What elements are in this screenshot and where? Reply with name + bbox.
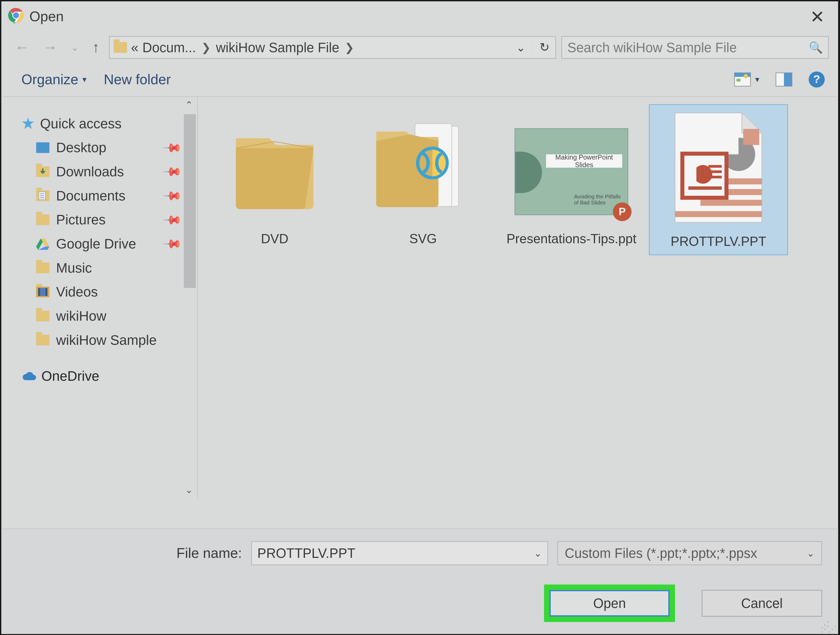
sidebar-item-music[interactable]: Music — [21, 256, 197, 280]
pin-icon: 📌 — [162, 161, 183, 182]
svg-rect-4 — [734, 73, 750, 77]
svg-rect-31 — [709, 165, 722, 168]
onedrive-icon — [21, 371, 36, 381]
file-item-folder[interactable]: DVD — [204, 105, 345, 247]
open-dialog: Open ✕ ← → ⌄ ↑ « Docum... ❯ wikiHow Samp… — [0, 0, 840, 635]
folder-icon — [114, 42, 127, 53]
file-item-ppt-selected[interactable]: PROTTPLV.PPT — [650, 105, 787, 255]
navigation-pane: ⌃ ⌄ Quick access Desktop 📌 Downloads 📌 — [1, 97, 198, 498]
svg-point-6 — [744, 74, 748, 78]
search-icon: 🔍 — [809, 40, 823, 54]
file-item-folder[interactable]: SVG — [353, 105, 493, 247]
breadcrumb-part2[interactable]: wikiHow Sample File — [216, 39, 339, 55]
cancel-button[interactable]: Cancel — [702, 590, 822, 617]
pin-icon: 📌 — [162, 137, 183, 158]
up-button[interactable]: ↑ — [88, 36, 104, 59]
folder-icon — [36, 335, 49, 345]
sidebar-item-wikihow-sample[interactable]: wikiHow Sample — [21, 328, 197, 352]
folder-icon — [36, 311, 49, 321]
pin-icon: 📌 — [162, 185, 183, 206]
svg-rect-27 — [700, 200, 762, 206]
svg-rect-24 — [743, 129, 759, 145]
file-list[interactable]: DVD SVG — [198, 97, 838, 498]
folder-icon — [36, 263, 49, 273]
forward-button[interactable]: → — [39, 36, 62, 59]
chevron-right-icon[interactable]: ❯ — [343, 40, 355, 54]
sidebar-item-google-drive[interactable]: Google Drive 📌 — [21, 232, 197, 256]
powerpoint-badge-icon: P — [613, 202, 632, 221]
sidebar-item-documents[interactable]: Documents 📌 — [21, 184, 197, 208]
svg-rect-33 — [709, 176, 722, 178]
svg-rect-5 — [737, 79, 741, 81]
sidebar-item-downloads[interactable]: Downloads 📌 — [21, 159, 197, 184]
chevron-right-icon[interactable]: ❯ — [200, 40, 212, 54]
back-button[interactable]: ← — [11, 36, 33, 59]
close-button[interactable]: ✕ — [803, 4, 831, 30]
folder-icon — [36, 191, 49, 201]
filetype-filter[interactable]: Custom Files (*.ppt;*.pptx;*.ppsx ⌄ — [557, 541, 822, 565]
svg-rect-32 — [709, 170, 722, 173]
tutorial-highlight: Open — [544, 585, 675, 622]
folder-icon — [36, 287, 49, 297]
svg-rect-8 — [784, 73, 792, 86]
sidebar-item-wikihow[interactable]: wikiHow — [21, 304, 197, 328]
file-label: PROTTPLV.PPT — [650, 233, 787, 249]
svg-marker-16 — [36, 238, 43, 250]
chrome-icon — [8, 7, 24, 26]
folder-icon — [228, 115, 321, 215]
svg-rect-20 — [46, 288, 47, 296]
sidebar-item-desktop[interactable]: Desktop 📌 — [21, 136, 197, 160]
scroll-down-button[interactable]: ⌄ — [185, 484, 193, 495]
address-dropdown[interactable]: ⌄ — [512, 40, 529, 54]
new-folder-button[interactable]: New folder — [104, 71, 171, 87]
scrollbar-thumb[interactable] — [184, 114, 196, 288]
file-label: SVG — [353, 230, 493, 247]
pin-icon: 📌 — [162, 210, 183, 230]
organize-menu[interactable]: Organize ▾ — [21, 71, 86, 87]
folder-icon — [36, 214, 49, 225]
folder-icon — [36, 166, 49, 177]
svg-rect-34 — [688, 186, 722, 190]
search-input[interactable]: Search wikiHow Sample File 🔍 — [562, 36, 829, 59]
breadcrumb-part1[interactable]: Docum... — [142, 39, 196, 55]
resize-grip[interactable]: ⋰⋰⋰ — [821, 623, 835, 631]
drive-icon — [36, 238, 49, 250]
pin-icon: 📌 — [162, 233, 183, 254]
filename-label: File name: — [1, 545, 242, 561]
svg-rect-19 — [38, 288, 40, 296]
dialog-title: Open — [29, 9, 64, 25]
search-placeholder: Search wikiHow Sample File — [567, 39, 737, 55]
folder-icon — [369, 112, 477, 218]
open-button[interactable]: Open — [549, 590, 669, 617]
file-label: DVD — [204, 230, 345, 247]
svg-marker-17 — [38, 246, 49, 250]
organize-label: Organize — [21, 71, 78, 87]
scroll-up-button[interactable]: ⌃ — [185, 99, 193, 110]
title-bar: Open ✕ — [1, 1, 838, 32]
chevron-down-icon: ▾ — [755, 75, 759, 84]
svg-marker-9 — [22, 118, 34, 129]
chevron-down-icon[interactable]: ⌄ — [807, 548, 815, 559]
svg-rect-28 — [675, 211, 762, 217]
help-button[interactable]: ? — [809, 71, 825, 87]
view-mode-button[interactable]: ▾ — [734, 72, 759, 87]
toolbar: Organize ▾ New folder ▾ ? — [1, 63, 838, 96]
address-bar[interactable]: « Docum... ❯ wikiHow Sample File ❯ ⌄ — [109, 36, 534, 59]
file-label: Presentations-Tips.ppt — [501, 230, 642, 247]
filename-input[interactable]: PROTTPLV.PPT ⌄ — [251, 541, 548, 565]
chevron-down-icon[interactable]: ⌄ — [534, 548, 542, 559]
refresh-button[interactable]: ↻ — [534, 36, 556, 59]
preview-pane-button[interactable] — [775, 72, 793, 87]
sidebar-item-onedrive[interactable]: OneDrive — [21, 368, 197, 384]
help-icon: ? — [809, 71, 825, 87]
nav-row: ← → ⌄ ↑ « Docum... ❯ wikiHow Sample File… — [1, 32, 838, 63]
breadcrumb-trunc: « — [131, 39, 138, 55]
file-item-ppt[interactable]: Making PowerPoint Slides Avoiding the Pi… — [501, 105, 642, 247]
svg-rect-10 — [36, 142, 49, 153]
chevron-down-icon: ▾ — [82, 75, 86, 84]
history-dropdown[interactable]: ⌄ — [67, 39, 83, 55]
quick-access-header[interactable]: Quick access — [21, 115, 197, 131]
sidebar-item-videos[interactable]: Videos — [21, 280, 197, 304]
bottom-bar: File name: PROTTPLV.PPT ⌄ Custom Files (… — [1, 528, 838, 634]
sidebar-item-pictures[interactable]: Pictures 📌 — [21, 208, 197, 232]
